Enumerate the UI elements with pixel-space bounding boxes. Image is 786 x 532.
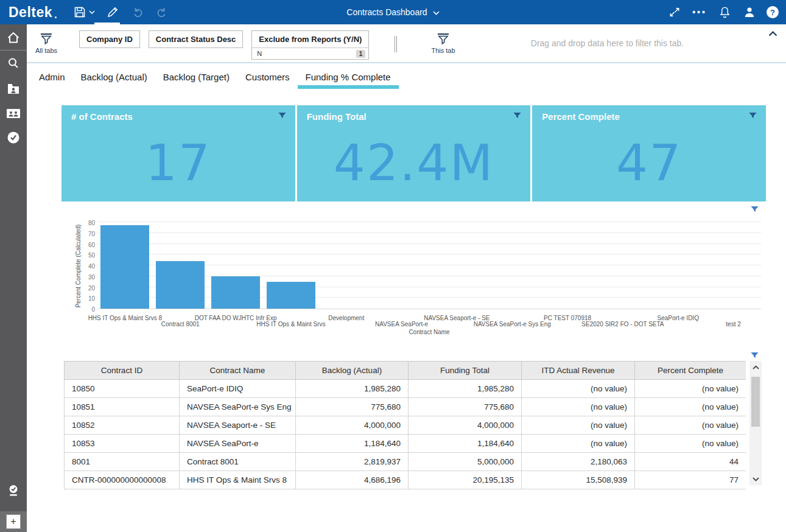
tab-backlog-target-[interactable]: Backlog (Target) (155, 65, 237, 89)
scrollbar-thumb[interactable] (751, 377, 760, 427)
more-options-icon[interactable]: ••• (692, 4, 707, 20)
all-tabs-label: All tabs (35, 47, 57, 54)
table-cell: CNTR-000000000000008 (65, 471, 180, 489)
chart-filter-funnel-icon[interactable] (750, 205, 759, 217)
table-cell: NAVSEA SeaPort-e Sys Eng (180, 398, 296, 416)
table-cell: (no value) (635, 380, 746, 398)
table-cell: 4,000,000 (409, 416, 522, 435)
y-tick-label: 80 (88, 220, 95, 226)
dashboard-title-chevron-down-icon[interactable] (433, 7, 440, 17)
fullscreen-expand-icon[interactable] (667, 4, 682, 20)
tab-label: Backlog (Target) (163, 72, 230, 82)
column-header[interactable]: Contract Name (180, 362, 296, 380)
redo-icon[interactable] (153, 4, 169, 20)
kpi-card: Funding Total42.4M (297, 105, 531, 201)
table-cell: 775,680 (296, 398, 409, 416)
table-cell: 1,985,280 (296, 380, 409, 398)
account-person-icon[interactable] (742, 4, 757, 20)
filter-drop-zone[interactable]: Drag and drop data here to filter this t… (465, 24, 749, 62)
tab-customers[interactable]: Customers (237, 65, 298, 89)
column-header[interactable]: Contract ID (65, 362, 180, 380)
chart-gridline (97, 222, 761, 222)
save-menu-chevron-down-icon[interactable] (88, 4, 96, 20)
filter-chip-value: N (257, 50, 262, 57)
filter-chips: Company IDContract Status DescExclude fr… (79, 30, 369, 60)
profile-check-icon[interactable] (0, 480, 27, 502)
kpi-card-value: 47 (532, 124, 766, 201)
table-cell: (no value) (522, 380, 635, 398)
collapse-filter-chevron-up-icon[interactable] (768, 28, 777, 39)
chart-bar[interactable] (156, 261, 205, 309)
kpi-card: Percent Complete47 (532, 105, 766, 201)
search-icon[interactable] (0, 52, 27, 74)
table-row[interactable]: 8001Contract 80012,819,9375,000,0002,180… (65, 453, 746, 471)
add-plus-button[interactable]: + (6, 514, 21, 529)
table-cell: (no value) (522, 416, 635, 435)
kpi-filter-funnel-icon[interactable] (278, 111, 287, 123)
table-cell: (no value) (522, 398, 635, 416)
funnel-filter-icon (40, 33, 53, 45)
table-cell: 10853 (65, 435, 180, 453)
table-cell: 1,184,640 (409, 435, 522, 453)
employees-group-icon[interactable] (0, 102, 27, 124)
filter-chip-value-row: N1 (252, 47, 368, 59)
this-tab-filter-button[interactable]: This tab (430, 33, 457, 54)
employee-folder-icon[interactable] (0, 78, 27, 100)
y-tick-label: 70 (88, 230, 95, 237)
kpi-filter-funnel-icon[interactable] (748, 111, 757, 123)
edit-pencil-icon[interactable] (105, 4, 121, 20)
y-tick-label: 30 (88, 273, 95, 280)
chart-bar[interactable] (211, 276, 260, 309)
table-row[interactable]: CNTR-000000000000008HHS IT Ops & Maint S… (65, 471, 746, 489)
table-scrollbar[interactable] (749, 361, 762, 485)
tab-admin[interactable]: Admin (31, 65, 73, 89)
chart-bar[interactable] (267, 282, 315, 309)
table-header: Contract IDContract NameBacklog (Actual)… (65, 362, 746, 380)
chart-bar[interactable] (100, 225, 149, 309)
column-header[interactable]: Funding Total (409, 362, 522, 380)
filter-chip-count-badge: 1 (356, 50, 366, 58)
column-header[interactable]: Backlog (Actual) (296, 362, 409, 380)
all-tabs-filter-button[interactable]: All tabs (33, 33, 60, 54)
tab-label: Funding % Complete (306, 72, 391, 82)
check-circle-icon[interactable] (0, 127, 27, 149)
filter-chip[interactable]: Company ID (79, 30, 140, 48)
table-cell: 5,000,000 (409, 453, 522, 471)
dashboard-title: Contracts Dashboard (346, 7, 427, 17)
filter-chip-label: Exclude from Reports (Y/N) (252, 31, 368, 47)
save-icon[interactable] (72, 4, 88, 20)
table-cell: NAVSEA SeaPort-e (180, 435, 296, 453)
chart-y-axis-ticks: 01020304050607080 (75, 223, 95, 309)
y-tick-label: 20 (88, 284, 95, 291)
notifications-bell-icon[interactable] (717, 4, 732, 20)
table-cell: 20,195,135 (409, 471, 522, 489)
kpi-card-title: Percent Complete (542, 111, 620, 122)
home-icon[interactable] (0, 27, 27, 49)
undo-icon[interactable] (130, 4, 146, 20)
filter-chip[interactable]: Contract Status Desc (149, 30, 243, 48)
table-row[interactable]: 10852NAVSEA Seaport-e - SE4,000,0004,000… (65, 416, 746, 435)
table-cell: 1,184,640 (296, 435, 409, 453)
funnel-filter-icon (437, 33, 450, 45)
tab-backlog-actual-[interactable]: Backlog (Actual) (73, 65, 155, 89)
tab-label: Backlog (Actual) (81, 72, 147, 82)
scroll-down-arrow-icon[interactable] (749, 474, 762, 484)
kpi-card-title: Funding Total (307, 111, 367, 122)
table-row[interactable]: 10853NAVSEA SeaPort-e1,184,6401,184,640(… (65, 435, 746, 453)
main-area: All tabs Company IDContract Status DescE… (27, 24, 786, 532)
table-cell: Contract 8001 (180, 453, 296, 471)
table-cell: (no value) (635, 435, 746, 453)
help-icon[interactable]: ? (767, 6, 779, 18)
filter-chip[interactable]: Exclude from Reports (Y/N)N1 (251, 30, 369, 60)
x-tick-label: Development (328, 315, 364, 321)
tab-funding-complete[interactable]: Funding % Complete (298, 65, 399, 89)
column-header[interactable]: Percent Complete (635, 362, 746, 380)
column-header[interactable]: ITD Actual Revenue (522, 362, 635, 380)
kpi-filter-funnel-icon[interactable] (513, 111, 522, 123)
table-row[interactable]: 10850SeaPort-e IDIQ1,985,2801,985,280(no… (65, 380, 746, 398)
table-row[interactable]: 10851NAVSEA SeaPort-e Sys Eng775,680775,… (65, 398, 746, 416)
scroll-up-arrow-icon[interactable] (749, 362, 762, 372)
filter-panel-divider[interactable] (395, 36, 397, 52)
bar-chart-plot-area (97, 223, 761, 309)
filter-chip-label: Contract Status Desc (149, 31, 242, 47)
